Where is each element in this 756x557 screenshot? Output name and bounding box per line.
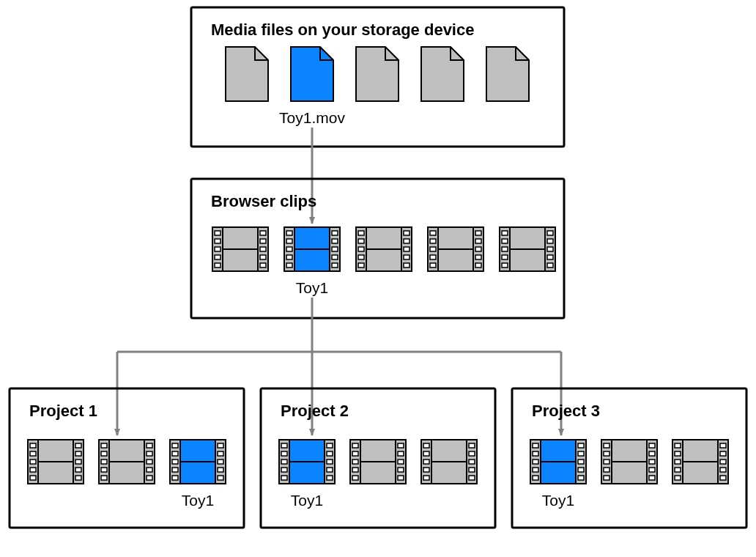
storage-title: Media files on your storage device	[211, 21, 474, 39]
file-icon	[421, 47, 464, 101]
project-3-clip-label: Toy1	[542, 492, 574, 509]
clip-icon	[672, 440, 728, 484]
file-label: Toy1.mov	[279, 109, 345, 126]
clip-icon	[356, 227, 412, 271]
project-2-title: Project 2	[281, 402, 349, 420]
clip-icon	[99, 440, 155, 484]
project-3-box: Project 3 Toy1	[512, 388, 746, 528]
file-icon	[486, 47, 529, 101]
browser-title: Browser clips	[211, 192, 316, 210]
project-1-box: Project 1 Toy1	[10, 388, 244, 528]
project-3-title: Project 3	[532, 402, 600, 420]
clip-icon	[28, 440, 84, 484]
clip-icon	[212, 227, 268, 271]
file-icon-highlighted	[291, 47, 333, 101]
browser-box: Browser clips Toy1	[191, 179, 564, 318]
clip-icon-highlighted	[279, 440, 335, 484]
clip-icon	[421, 440, 477, 484]
file-icon	[356, 47, 399, 101]
clip-icon	[350, 440, 406, 484]
clip-icon-highlighted	[170, 440, 226, 484]
storage-box: Media files on your storage device Toy1.…	[191, 7, 564, 147]
clip-icon-highlighted	[530, 440, 586, 484]
clip-icon	[500, 227, 555, 271]
project-2-box: Project 2 Toy1	[261, 388, 495, 528]
project-1-clip-label: Toy1	[182, 492, 214, 509]
media-relationship-diagram: Media files on your storage device Toy1.…	[0, 0, 756, 557]
project-1-title: Project 1	[29, 402, 97, 420]
file-icon	[226, 47, 268, 101]
clip-icon-highlighted	[284, 227, 340, 271]
project-2-clip-label: Toy1	[291, 492, 323, 509]
clip-label: Toy1	[296, 279, 328, 296]
clip-icon	[601, 440, 657, 484]
clip-icon	[428, 227, 483, 271]
